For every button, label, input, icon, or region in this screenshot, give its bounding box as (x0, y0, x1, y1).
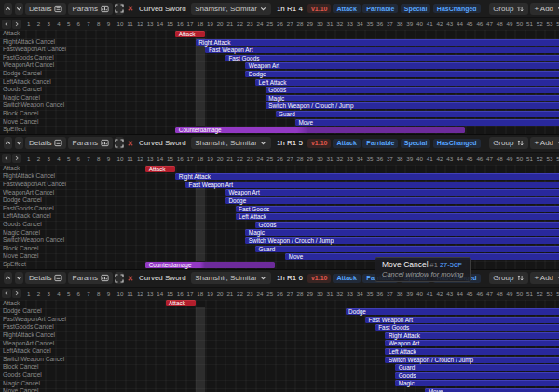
scroll-right-button[interactable] (12, 20, 21, 29)
nav-up-button[interactable] (4, 272, 12, 284)
tag-special[interactable]: Special (401, 139, 431, 148)
frame-number: 7 (87, 20, 89, 27)
timeline-bar[interactable]: Attack (175, 31, 205, 37)
tag-parriable[interactable]: Parriable (362, 4, 398, 13)
timeline-bar[interactable]: Left Attack (385, 348, 559, 355)
frame-ruler: 1234567891011121314151617181920212223242… (0, 17, 559, 30)
timeline-bar[interactable]: Left Attack (255, 79, 559, 86)
frame-number: 31 (327, 20, 334, 27)
timeline-bar[interactable]: Move (295, 119, 559, 126)
fit-view-button[interactable] (115, 3, 124, 15)
close-button[interactable] (127, 137, 134, 149)
nav-down-button[interactable] (15, 3, 23, 15)
timeline-bar[interactable]: Goods (266, 87, 559, 93)
group-button[interactable]: Group (489, 137, 528, 149)
tag-haschanged[interactable]: HasChanged (433, 4, 481, 13)
timeline-bar[interactable]: Goods (255, 222, 559, 228)
params-button[interactable]: Params (68, 137, 112, 149)
frame-number: 27 (287, 155, 293, 162)
timeline-bar[interactable]: Magic (395, 380, 559, 386)
frame-number: 23 (247, 20, 253, 27)
add-button[interactable]: + Add (530, 137, 559, 149)
frame-number: 31 (327, 291, 334, 297)
row-label: Dodge Cancel (3, 196, 42, 205)
timeline-bar[interactable]: Goods (395, 372, 559, 379)
frame-number: 18 (197, 155, 203, 162)
timeline-bar[interactable]: Attack (145, 166, 175, 172)
frame-number: 42 (437, 155, 443, 162)
tag-attack[interactable]: Attack (333, 139, 360, 148)
timeline-bar[interactable]: Right Attack (175, 173, 559, 180)
details-button[interactable]: Details (25, 137, 66, 149)
row-label: Goods Cancel (3, 372, 42, 380)
nav-up-button[interactable] (4, 137, 12, 149)
timeline-bar[interactable]: Fast Goods (236, 206, 559, 212)
tag-special[interactable]: Special (401, 4, 431, 13)
timeline-bar[interactable]: Fast Weapon Art (185, 182, 559, 188)
tooltip-frame-range: 27-56F (440, 261, 462, 269)
timeline-bar[interactable]: Switch Weapon / Crouch / Jump (385, 357, 559, 363)
timeline-bar[interactable]: Weapon Art (245, 62, 559, 69)
frame-number: 21 (226, 291, 233, 297)
timeline-bar[interactable]: Counterdamage (175, 127, 465, 133)
timeline-bar[interactable]: Guard (255, 246, 559, 252)
close-icon (127, 140, 134, 147)
timeline-bar[interactable]: Attack (166, 300, 196, 306)
close-button[interactable] (127, 272, 134, 284)
bar-label: Right Attack (389, 332, 420, 339)
tag-parriable[interactable]: Parriable (362, 139, 398, 148)
details-button[interactable]: Details (25, 272, 66, 284)
add-button[interactable]: + Add (530, 272, 559, 284)
params-button[interactable]: Params (68, 3, 112, 15)
timeline-bar[interactable]: Switch Weapon / Crouch / Jump (245, 237, 559, 244)
tag-haschanged[interactable]: HasChanged (433, 139, 481, 148)
scroll-right-button[interactable] (12, 154, 21, 163)
group-button[interactable]: Group (489, 272, 528, 284)
timeline-bar[interactable]: Fast Weapon Art (205, 47, 559, 53)
params-button[interactable]: Params (68, 272, 112, 284)
frame-number: 9 (107, 20, 110, 27)
weapon-select[interactable]: Shamshir, Scimitar (191, 3, 271, 15)
row-label: Magic Cancel (3, 94, 40, 102)
tag-attack[interactable]: Attack (333, 274, 360, 283)
nav-down-button[interactable] (15, 272, 23, 284)
timeline-bar[interactable]: Right Attack (196, 39, 559, 46)
group-label: Group (493, 139, 513, 147)
add-button[interactable]: + Add (530, 3, 559, 15)
timeline-bar[interactable]: Guard (276, 111, 559, 117)
timeline-bar[interactable]: Weapon Art (385, 340, 559, 346)
close-button[interactable] (127, 3, 134, 15)
fit-view-button[interactable] (115, 272, 124, 284)
timeline-bar[interactable]: Magic (266, 95, 559, 101)
nav-down-button[interactable] (15, 137, 23, 149)
timeline-bar[interactable]: Left Attack (236, 213, 559, 220)
tag-attack[interactable]: Attack (333, 4, 360, 13)
timeline-bar[interactable]: Dodge (225, 197, 559, 204)
timeline-bar[interactable]: Right Attack (385, 332, 559, 339)
timeline-bar[interactable]: Counterdamage (145, 262, 275, 268)
scroll-left-button[interactable] (2, 289, 11, 298)
timeline-bar[interactable]: Dodge (346, 308, 559, 315)
fit-view-button[interactable] (115, 137, 124, 149)
weapon-select[interactable]: Shamshir, Scimitar (191, 272, 271, 284)
timeline-bar[interactable]: Weapon Art (225, 189, 559, 196)
group-button[interactable]: Group (489, 3, 528, 15)
scroll-left-button[interactable] (2, 154, 11, 163)
timeline-bar[interactable]: Switch Weapon / Crouch / Jump (266, 102, 559, 109)
timeline-bar[interactable]: Fast Goods (375, 324, 559, 331)
weapon-select[interactable]: Shamshir, Scimitar (191, 137, 271, 149)
timeline-bar[interactable]: Magic (245, 229, 559, 236)
timeline-bar[interactable]: Move (425, 388, 559, 392)
scroll-left-button[interactable] (2, 20, 11, 29)
group-label: Group (493, 274, 513, 282)
frame-number: 18 (197, 291, 203, 297)
details-button[interactable]: Details (25, 3, 66, 15)
timeline-bar[interactable]: Fast Weapon Art (365, 317, 559, 323)
timeline-bar[interactable]: Dodge (245, 71, 559, 77)
frame-number: 6 (77, 20, 80, 27)
nav-up-button[interactable] (4, 3, 12, 15)
scroll-right-button[interactable] (12, 289, 21, 298)
timeline-bar[interactable]: Guard (395, 364, 559, 371)
row-label: SwitchWeapon Cancel (3, 101, 64, 110)
timeline-bar[interactable]: Fast Goods (225, 55, 559, 61)
